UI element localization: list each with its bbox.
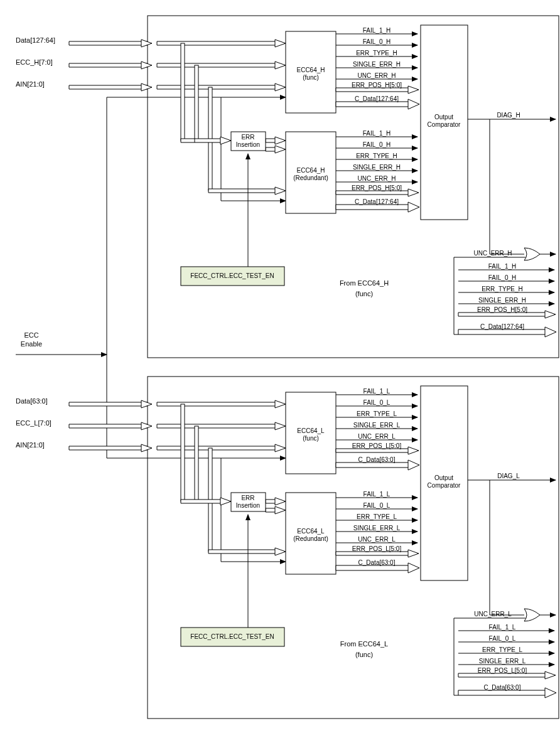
svg-text:C_Data[63:0]: C_Data[63:0]	[358, 559, 396, 566]
diag-h-label: DIAG_H	[497, 112, 520, 119]
svg-text:C_Data[63:0]: C_Data[63:0]	[358, 456, 396, 463]
svg-text:C_Data[127:64]: C_Data[127:64]	[355, 95, 399, 102]
svg-text:ERR_TYPE_H: ERR_TYPE_H	[482, 286, 523, 292]
from-ecc64-l-2: (func)	[355, 651, 373, 658]
svg-text:C_Data[127:64]: C_Data[127:64]	[355, 198, 399, 205]
svg-text:(func): (func)	[303, 74, 319, 81]
svg-text:FAIL_0_L: FAIL_0_L	[363, 502, 390, 509]
svg-text:ERR: ERR	[241, 494, 254, 501]
ecc-enable-label-2: Enable	[21, 340, 42, 348]
or-gate-l	[524, 609, 540, 621]
svg-text:C_Data[127:64]: C_Data[127:64]	[480, 323, 524, 330]
input-ain-l: AIN[21:0]	[16, 441, 45, 449]
svg-text:(Redundant): (Redundant)	[293, 174, 328, 181]
signals-func-h: FAIL_1_H FAIL_0_H ERR_TYPE_H SINGLE_ERR_…	[336, 27, 419, 109]
outputs-h: UNC_ERR_H FAIL_1_H FAIL_0_H ERR_TYPE_H S…	[454, 250, 556, 337]
svg-text:ECC64_H: ECC64_H	[296, 67, 325, 73]
signals-redundant-l: FAIL_1_L FAIL_0_L ERR_TYPE_L SINGLE_ERR_…	[336, 491, 419, 573]
svg-text:ERR: ERR	[241, 134, 254, 141]
svg-text:ECC64_H: ECC64_H	[296, 167, 325, 174]
svg-text:UNC_ERR_H: UNC_ERR_H	[473, 250, 512, 257]
svg-rect-1	[195, 65, 198, 141]
svg-text:Comparator: Comparator	[428, 121, 461, 128]
svg-text:FAIL_0_L: FAIL_0_L	[489, 635, 516, 642]
svg-rect-55	[195, 426, 198, 501]
svg-text:(func): (func)	[303, 435, 319, 442]
svg-text:SINGLE_ERR_L: SINGLE_ERR_L	[353, 525, 401, 532]
svg-text:Insertion: Insertion	[236, 502, 260, 509]
from-ecc64-l-1: From ECC64_L	[340, 640, 388, 648]
svg-text:Insertion: Insertion	[236, 141, 260, 148]
svg-text:UNC_ERR_L: UNC_ERR_L	[474, 611, 512, 617]
signals-redundant-h: FAIL_1_H FAIL_0_H ERR_TYPE_H SINGLE_ERR_…	[336, 130, 419, 212]
from-ecc64-h-1: From ECC64_H	[340, 279, 389, 287]
svg-text:FAIL_1_H: FAIL_1_H	[363, 130, 390, 137]
or-gate-h	[524, 248, 540, 260]
svg-text:ERR_TYPE_L: ERR_TYPE_L	[357, 410, 397, 417]
svg-rect-0	[181, 43, 185, 141]
ecc-enable-label-1: ECC	[24, 331, 38, 339]
svg-text:UNC_ERR_L: UNC_ERR_L	[358, 433, 396, 440]
svg-text:UNC_ERR_H: UNC_ERR_H	[357, 175, 396, 182]
svg-text:UNC_ERR_H: UNC_ERR_H	[357, 72, 396, 79]
svg-text:FECC_CTRL.ECC_TEST_EN: FECC_CTRL.ECC_TEST_EN	[190, 272, 274, 279]
input-ain-h: AIN[21:0]	[16, 80, 45, 88]
svg-text:FAIL_1_L: FAIL_1_L	[363, 491, 390, 498]
svg-text:(Redundant): (Redundant)	[293, 535, 328, 542]
svg-text:SINGLE_ERR_H: SINGLE_ERR_H	[478, 297, 526, 304]
svg-text:FAIL_0_H: FAIL_0_H	[363, 141, 390, 148]
svg-text:FAIL_0_H: FAIL_0_H	[488, 274, 516, 281]
svg-text:ERR_POS_L[5:0]: ERR_POS_L[5:0]	[478, 667, 527, 674]
upper-section: Data[127:64] ECC_H[7:0] AIN[21:0]	[16, 16, 559, 358]
bus-ain-h	[69, 85, 148, 89]
input-data-h: Data[127:64]	[16, 36, 55, 44]
svg-text:ERR_POS_L[5:0]: ERR_POS_L[5:0]	[352, 442, 402, 449]
input-ecc-l: ECC_L[7:0]	[16, 419, 51, 427]
svg-text:Comparator: Comparator	[428, 482, 461, 489]
svg-text:SINGLE_ERR_H: SINGLE_ERR_H	[353, 61, 401, 68]
svg-text:FAIL_0_H: FAIL_0_H	[363, 38, 390, 45]
svg-text:ERR_TYPE_H: ERR_TYPE_H	[356, 152, 397, 159]
svg-text:SINGLE_ERR_L: SINGLE_ERR_L	[479, 658, 526, 665]
svg-text:ERR_TYPE_H: ERR_TYPE_H	[356, 50, 397, 56]
svg-text:Output: Output	[434, 474, 453, 481]
svg-text:FAIL_1_H: FAIL_1_H	[488, 263, 516, 270]
svg-text:ERR_POS_H[5:0]: ERR_POS_H[5:0]	[352, 82, 402, 88]
svg-text:UNC_ERR_L: UNC_ERR_L	[358, 536, 396, 543]
svg-text:FAIL_0_L: FAIL_0_L	[363, 399, 390, 406]
from-ecc64-h-2: (func)	[355, 290, 373, 297]
diag-l-label: DIAG_L	[497, 473, 520, 479]
input-ecc-h: ECC_H[7:0]	[16, 58, 53, 66]
lower-section: Data[63:0] ECC_L[7:0] AIN[21:0]	[16, 377, 559, 719]
svg-text:ERR_POS_H[5:0]: ERR_POS_H[5:0]	[352, 184, 402, 191]
svg-text:ECC64_L: ECC64_L	[297, 528, 325, 535]
svg-text:ERR_POS_H[5:0]: ERR_POS_H[5:0]	[477, 306, 527, 313]
svg-rect-54	[181, 404, 185, 501]
outputs-l: UNC_ERR_L FAIL_1_L FAIL_0_L ERR_TYPE_L S…	[454, 611, 556, 698]
svg-text:ERR_TYPE_L: ERR_TYPE_L	[482, 646, 522, 653]
svg-text:C_Data[63:0]: C_Data[63:0]	[484, 684, 521, 691]
svg-text:SINGLE_ERR_L: SINGLE_ERR_L	[353, 422, 401, 429]
svg-text:FECC_CTRL.ECC_TEST_EN: FECC_CTRL.ECC_TEST_EN	[190, 633, 274, 640]
signals-func-l: FAIL_1_L FAIL_0_L ERR_TYPE_L SINGLE_ERR_…	[336, 388, 419, 470]
svg-text:ECC64_L: ECC64_L	[297, 427, 325, 434]
input-data-l: Data[63:0]	[16, 397, 48, 405]
svg-text:SINGLE_ERR_H: SINGLE_ERR_H	[353, 164, 401, 171]
bus-ecc-h	[69, 63, 148, 67]
svg-text:ERR_POS_L[5:0]: ERR_POS_L[5:0]	[352, 545, 402, 552]
svg-text:Output: Output	[434, 114, 453, 120]
svg-text:ERR_TYPE_L: ERR_TYPE_L	[357, 513, 397, 520]
bus-data-h	[69, 41, 148, 45]
svg-text:FAIL_1_L: FAIL_1_L	[363, 388, 390, 395]
svg-text:FAIL_1_H: FAIL_1_H	[363, 27, 390, 34]
svg-text:FAIL_1_L: FAIL_1_L	[489, 624, 516, 631]
